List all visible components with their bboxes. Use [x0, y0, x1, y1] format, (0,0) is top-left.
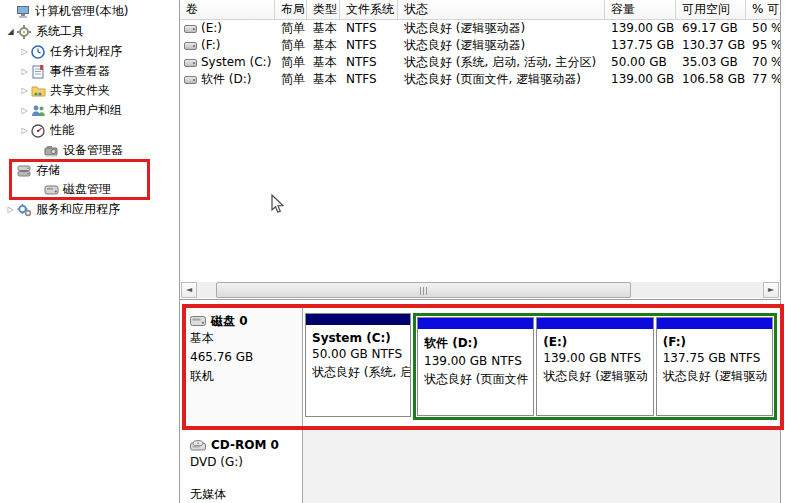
- partition-status: 状态良好 (系统, 启: [312, 363, 410, 381]
- volume-name: (F:): [201, 37, 220, 54]
- volume-drive-icon: [184, 42, 197, 50]
- disk-drive-icon: [190, 316, 206, 326]
- actions-pane-edge: [780, 0, 788, 503]
- column-header-freespace[interactable]: 可用空间: [676, 0, 746, 19]
- partition-c[interactable]: System (C:) 50.00 GB NTFS 状态良好 (系统, 启: [305, 313, 411, 417]
- expand-arrow-icon[interactable]: [18, 62, 31, 81]
- console-tree: 计算机管理(本地) 系统工具 任务计划程序 事件查看器 共享文件夹 本地用户和组: [0, 0, 179, 503]
- scrollbar-track[interactable]: [197, 282, 763, 298]
- cdrom-media-area[interactable]: [303, 430, 780, 503]
- expand-arrow-icon[interactable]: [4, 200, 17, 219]
- tree-item-event-viewer[interactable]: 事件查看器: [18, 62, 110, 81]
- collapse-arrow-icon[interactable]: [4, 22, 17, 41]
- volume-type: 基本: [307, 37, 340, 54]
- expand-arrow-icon[interactable]: [18, 42, 31, 61]
- volume-layout: 简单: [275, 20, 307, 37]
- column-header-filesystem[interactable]: 文件系统: [340, 0, 398, 19]
- logical-drive-bar: [657, 318, 772, 329]
- disk0-name: 磁盘 0: [211, 313, 248, 330]
- volume-capacity: 139.00 GB: [605, 20, 676, 37]
- volume-fs: NTFS: [340, 54, 398, 71]
- logical-drive-bar: [418, 318, 533, 329]
- cdrom-drive-letter: DVD (G:): [190, 453, 302, 472]
- tree-item-computer-management[interactable]: 计算机管理(本地): [3, 2, 128, 21]
- column-header-status[interactable]: 状态: [398, 0, 605, 19]
- partition-name: (F:): [663, 335, 772, 349]
- column-header-capacity[interactable]: 容量: [605, 0, 676, 19]
- volume-status: 状态良好 (页面文件, 逻辑驱动器): [398, 71, 605, 88]
- volume-pct: 70 %: [746, 54, 780, 71]
- volume-free: 35.03 GB: [676, 54, 746, 71]
- tree-label: 共享文件夹: [50, 81, 110, 100]
- partition-size: 139.00 GB NTFS: [543, 349, 652, 367]
- scrollbar-thumb[interactable]: [216, 282, 631, 298]
- computer-management-window: 计算机管理(本地) 系统工具 任务计划程序 事件查看器 共享文件夹 本地用户和组: [0, 0, 788, 503]
- tree-item-local-users-groups[interactable]: 本地用户和组: [18, 101, 122, 120]
- services-icon: [17, 203, 32, 217]
- table-row[interactable]: (E:) 简单 基本 NTFS 状态良好 (逻辑驱动器) 139.00 GB 6…: [180, 20, 780, 37]
- table-row[interactable]: (F:) 简单 基本 NTFS 状态良好 (逻辑驱动器) 137.75 GB 1…: [180, 37, 780, 54]
- tree-label: 服务和应用程序: [36, 200, 120, 219]
- tree-item-performance[interactable]: 性能: [18, 121, 74, 140]
- tree-item-task-scheduler[interactable]: 任务计划程序: [18, 42, 122, 61]
- disk0-label-panel[interactable]: 磁盘 0 基本 465.76 GB 联机: [182, 307, 302, 425]
- scroll-right-button[interactable]: ►: [763, 282, 779, 298]
- tree-item-disk-management[interactable]: 磁盘管理: [31, 180, 111, 199]
- volume-status: 状态良好 (系统, 启动, 活动, 主分区): [398, 54, 605, 71]
- disk0-status: 联机: [190, 367, 302, 386]
- volume-type: 基本: [307, 54, 340, 71]
- expand-arrow-icon[interactable]: [18, 81, 31, 100]
- expand-arrow-icon[interactable]: [18, 101, 31, 120]
- volume-drive-icon: [184, 59, 197, 67]
- cdrom-label-panel[interactable]: CD-ROM 0 DVD (G:) 无媒体: [182, 432, 302, 503]
- tree-item-shared-folders[interactable]: 共享文件夹: [18, 81, 110, 100]
- graphical-view-pane: 磁盘 0 基本 465.76 GB 联机 System (C:) 50.00 G…: [180, 301, 780, 503]
- volume-pct: 77 %: [746, 71, 780, 88]
- volume-layout: 简单: [275, 54, 307, 71]
- volume-fs: NTFS: [340, 37, 398, 54]
- tree-label: 磁盘管理: [63, 180, 111, 199]
- column-header-type[interactable]: 类型: [307, 0, 340, 19]
- partition-f[interactable]: (F:) 137.75 GB NTFS 状态良好 (逻辑驱动: [656, 317, 773, 416]
- expand-arrow-icon[interactable]: [18, 121, 31, 140]
- primary-partition-bar: [306, 314, 410, 325]
- volume-pct: 95 %: [746, 37, 780, 54]
- partition-size: 139.00 GB NTFS: [424, 352, 533, 370]
- column-header-pctfree[interactable]: % 可用: [746, 0, 780, 19]
- horizontal-scrollbar[interactable]: ◄ ►: [181, 282, 779, 298]
- partition-e[interactable]: (E:) 139.00 GB NTFS 状态良好 (逻辑驱动: [536, 317, 653, 416]
- volume-free: 106.58 GB: [676, 71, 746, 88]
- column-header-volume[interactable]: 卷: [180, 0, 275, 19]
- scrollbar-grip-icon: [420, 287, 428, 295]
- volume-fs: NTFS: [340, 20, 398, 37]
- partition-name: System (C:): [312, 331, 410, 345]
- partition-name: (E:): [543, 335, 652, 349]
- performance-icon: [31, 124, 46, 138]
- tree-item-device-manager[interactable]: 设备管理器: [31, 141, 123, 160]
- tree-label: 系统工具: [36, 22, 84, 41]
- shared-folders-icon: [31, 84, 46, 98]
- table-row[interactable]: System (C:) 简单 基本 NTFS 状态良好 (系统, 启动, 活动,…: [180, 54, 780, 71]
- partition-status: 状态良好 (页面文件: [424, 370, 533, 388]
- tree-item-system-tools[interactable]: 系统工具: [4, 22, 84, 41]
- partition-d[interactable]: 软件 (D:) 139.00 GB NTFS 状态良好 (页面文件: [417, 317, 534, 416]
- volume-capacity: 137.75 GB: [605, 37, 676, 54]
- disk-management-icon: [44, 183, 59, 197]
- storage-icon: [17, 164, 32, 178]
- scroll-left-button[interactable]: ◄: [181, 282, 197, 298]
- volume-name: 软件 (D:): [201, 71, 251, 88]
- volume-capacity: 139.00 GB: [605, 71, 676, 88]
- volume-fs: NTFS: [340, 71, 398, 88]
- column-header-layout[interactable]: 布局: [275, 0, 307, 19]
- logical-drive-bar: [537, 318, 652, 329]
- volume-status: 状态良好 (逻辑驱动器): [398, 37, 605, 54]
- tree-item-services-applications[interactable]: 服务和应用程序: [4, 200, 120, 219]
- tree-item-storage[interactable]: 存储: [4, 161, 60, 180]
- tree-label: 设备管理器: [63, 141, 123, 160]
- volume-type: 基本: [307, 71, 340, 88]
- disk0-label-divider: [302, 305, 303, 427]
- event-viewer-icon: [31, 65, 46, 79]
- volume-list-pane: 卷 布局 类型 文件系统 状态 容量 可用空间 % 可用 (E:) 简单 基本 …: [180, 0, 780, 300]
- table-row[interactable]: 软件 (D:) 简单 基本 NTFS 状态良好 (页面文件, 逻辑驱动器) 13…: [180, 71, 780, 88]
- disk0-size: 465.76 GB: [190, 348, 302, 367]
